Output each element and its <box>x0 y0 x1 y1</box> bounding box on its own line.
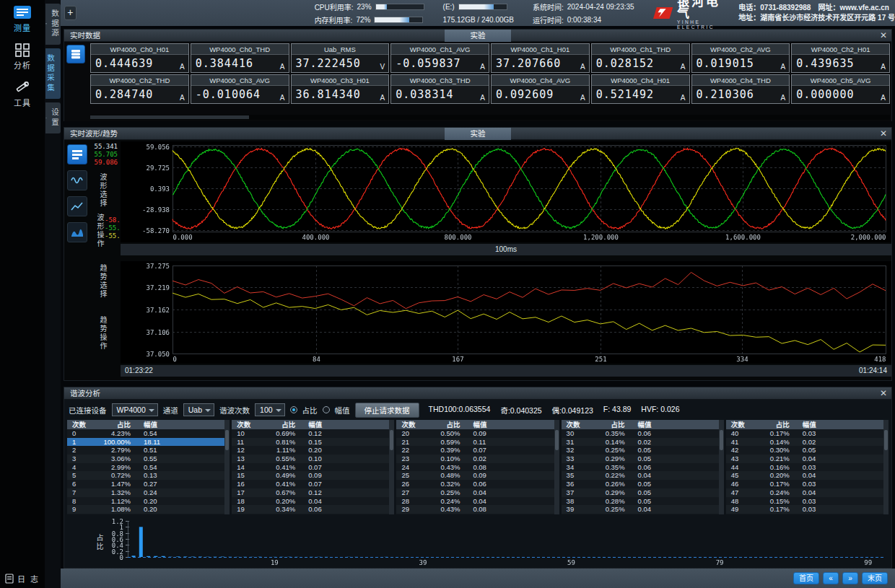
wave-operate-label[interactable]: 波形操作 <box>95 214 105 248</box>
table-row[interactable]: 330.29%0.05 <box>562 455 724 463</box>
experiment-tab[interactable]: 实验 <box>445 30 511 42</box>
table-row[interactable]: 300.35%0.06 <box>562 429 724 438</box>
table-row[interactable]: 150.49%0.09 <box>232 471 394 480</box>
table-row[interactable]: 190.34%0.06 <box>232 505 394 514</box>
table-row[interactable]: 130.55%0.10 <box>232 455 394 463</box>
table-row[interactable]: 370.29%0.05 <box>562 488 724 497</box>
measurement-tile[interactable]: WP4000_Ch1_THD0.028152A <box>591 43 690 73</box>
table-row[interactable]: 290.43%0.08 <box>396 505 559 514</box>
table-row[interactable]: 450.20%0.04 <box>726 471 889 480</box>
measurement-tile[interactable]: WP4000_Ch1_AVG-0.059837A <box>390 43 489 73</box>
order-select[interactable]: 100 <box>255 403 285 416</box>
table-row[interactable]: 440.16%0.03 <box>726 463 889 472</box>
table-row[interactable]: 430.21%0.04 <box>726 455 889 463</box>
sidebar-item-log[interactable]: 日 志 <box>0 573 45 584</box>
trend-view-button[interactable] <box>67 196 87 216</box>
wave-list-button[interactable] <box>67 144 87 164</box>
table-row[interactable]: 400.17%0.03 <box>726 429 889 438</box>
table-row[interactable]: 260.32%0.06 <box>396 480 559 488</box>
datasource-toggle-button[interactable] <box>66 45 85 63</box>
table-row[interactable]: 180.20%0.04 <box>232 497 394 506</box>
measurement-tile[interactable]: WP4000_Ch4_AVG0.092609A <box>491 74 590 104</box>
trend-select-label[interactable]: 趋势选择 <box>97 264 108 299</box>
table-row[interactable]: 33.06%0.55 <box>67 455 230 463</box>
amplitude-radio-label[interactable]: 幅值 <box>335 405 350 416</box>
measurement-tile[interactable]: Uab_RMS37.222450V <box>291 43 390 73</box>
table-row[interactable]: 91.08%0.20 <box>67 505 230 514</box>
table-row[interactable]: 250.48%0.09 <box>396 471 559 480</box>
last-page-button[interactable]: 末页 <box>862 572 888 584</box>
table-row[interactable]: 1100.00%18.11 <box>67 438 230 447</box>
table-row[interactable]: 22.79%0.51 <box>67 446 230 455</box>
table-row[interactable]: 50.72%0.13 <box>67 471 230 480</box>
ratio-radio[interactable] <box>290 406 297 413</box>
rail-tab-datasource[interactable]: 数据源 <box>45 4 61 45</box>
vertical-scrollbar[interactable] <box>883 420 889 514</box>
sine-view-button[interactable] <box>67 170 87 190</box>
measurement-tile[interactable]: WP4000_Ch1_H0137.207660A <box>491 43 590 73</box>
device-select[interactable]: WP4000 <box>112 403 158 416</box>
measurement-tile[interactable]: WP4000_Ch5_AVG0.000000A <box>791 74 890 104</box>
add-button[interactable]: + <box>64 6 77 20</box>
measurement-tile[interactable]: WP4000_Ch2_THD0.284740A <box>90 74 189 104</box>
table-row[interactable]: 42.99%0.54 <box>67 463 230 472</box>
stop-request-button[interactable]: 停止请求数据 <box>355 403 419 418</box>
table-row[interactable]: 490.17%0.03 <box>726 505 889 514</box>
table-row[interactable]: 320.25%0.05 <box>562 446 724 455</box>
first-page-button[interactable]: 首页 <box>793 572 819 584</box>
measurement-tile[interactable]: WP4000_Ch4_THD0.210306A <box>691 74 790 104</box>
table-row[interactable]: 270.25%0.04 <box>396 488 559 497</box>
wave-select-label[interactable]: 波形选择 <box>97 173 108 208</box>
table-row[interactable]: 200.50%0.09 <box>396 429 559 438</box>
table-row[interactable]: 350.22%0.04 <box>562 471 724 480</box>
table-row[interactable]: 480.15%0.03 <box>726 497 889 506</box>
table-row[interactable]: 140.41%0.07 <box>232 463 394 472</box>
rail-tab-settings[interactable]: 设置 <box>45 102 61 133</box>
table-row[interactable]: 100.69%0.12 <box>232 429 394 438</box>
vertical-scrollbar[interactable] <box>389 420 394 514</box>
rail-tab-acquisition[interactable]: 数据采集 <box>45 48 61 99</box>
table-row[interactable]: 280.24%0.04 <box>396 497 559 506</box>
table-row[interactable]: 61.47%0.27 <box>67 480 230 488</box>
measurement-tile[interactable]: WP4000_Ch0_H010.444639A <box>90 43 189 73</box>
table-row[interactable]: 340.35%0.06 <box>562 463 724 472</box>
table-row[interactable]: 220.39%0.07 <box>396 446 559 455</box>
vertical-scrollbar[interactable] <box>719 420 724 514</box>
table-row[interactable]: 71.32%0.24 <box>67 488 230 497</box>
vertical-scrollbar[interactable] <box>554 420 559 514</box>
close-icon[interactable]: ✕ <box>880 30 887 41</box>
table-row[interactable]: 460.17%0.03 <box>726 480 889 488</box>
horizontal-scrollbar[interactable] <box>90 115 890 120</box>
vertical-scrollbar[interactable] <box>224 420 230 514</box>
table-row[interactable]: 110.81%0.15 <box>232 438 394 447</box>
sidebar-item-analysis[interactable]: 分析 <box>0 38 45 75</box>
table-row[interactable]: 240.43%0.08 <box>396 463 559 472</box>
measurement-tile[interactable]: WP4000_Ch3_H0136.814340A <box>291 74 390 104</box>
table-row[interactable]: 360.26%0.05 <box>562 480 724 488</box>
prev-page-button[interactable]: « <box>823 572 839 584</box>
table-row[interactable]: 380.28%0.05 <box>562 497 724 506</box>
table-row[interactable]: 81.12%0.20 <box>67 497 230 506</box>
table-row[interactable]: 390.25%0.04 <box>562 505 724 514</box>
experiment-tab[interactable]: 实验 <box>445 128 511 140</box>
table-row[interactable]: 420.30%0.05 <box>726 446 889 455</box>
table-row[interactable]: 160.41%0.07 <box>232 480 394 488</box>
next-page-button[interactable]: » <box>842 572 858 584</box>
table-row[interactable]: 210.59%0.11 <box>396 438 559 447</box>
ratio-radio-label[interactable]: 占比 <box>302 405 318 416</box>
table-row[interactable]: 170.67%0.12 <box>232 488 394 497</box>
measurement-tile[interactable]: WP4000_Ch2_H010.439635A <box>791 43 890 73</box>
close-icon[interactable]: ✕ <box>880 128 887 139</box>
measurement-tile[interactable]: WP4000_Ch3_AVG-0.010064A <box>191 74 289 104</box>
waveform-chart[interactable] <box>121 141 891 242</box>
channel-select[interactable]: Uab <box>183 403 214 416</box>
table-row[interactable]: 121.11%0.20 <box>232 446 394 455</box>
amplitude-radio[interactable] <box>323 406 330 413</box>
close-icon[interactable]: ✕ <box>880 387 887 399</box>
spectrum-view-button[interactable] <box>67 222 87 242</box>
trend-chart[interactable] <box>121 261 891 364</box>
measurement-tile[interactable]: WP4000_Ch2_AVG0.019015A <box>691 43 790 73</box>
sidebar-item-measure[interactable]: 测量 <box>0 0 45 38</box>
table-row[interactable]: 470.24%0.04 <box>726 488 889 497</box>
harmonic-bar-chart[interactable] <box>106 519 889 566</box>
